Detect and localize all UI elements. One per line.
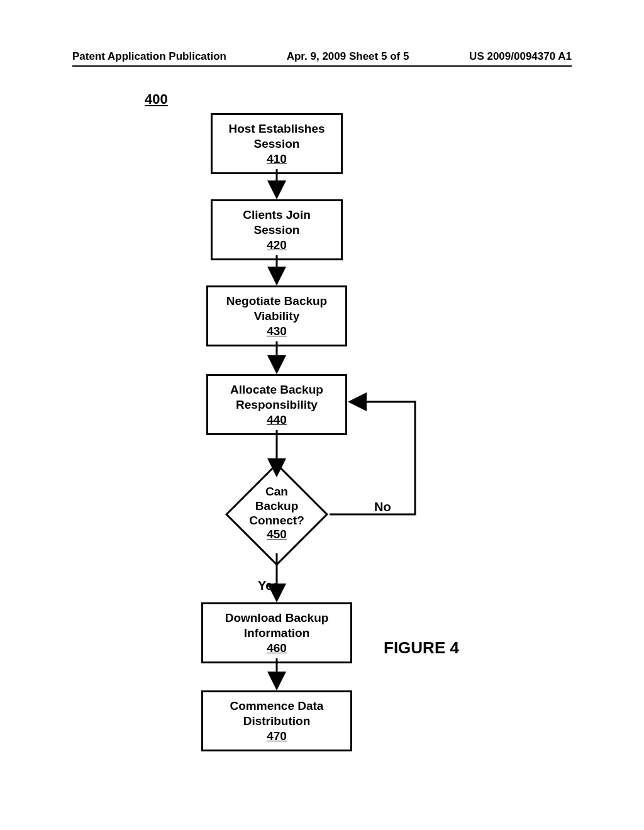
label-yes: Yes: [258, 578, 279, 593]
box-440-ref: 440: [267, 413, 287, 426]
box-430-line1: Negotiate Backup: [226, 294, 327, 307]
diamond-450-line3: Connect?: [249, 514, 304, 527]
page-header: Patent Application Publication Apr. 9, 2…: [72, 50, 572, 67]
header-right: US 2009/0094370 A1: [469, 50, 572, 63]
figure-label: FIGURE 4: [384, 638, 459, 658]
diamond-450-line2: Backup: [255, 499, 299, 512]
diamond-450: Can Backup Connect? 450: [208, 461, 346, 568]
box-460-ref: 460: [267, 641, 287, 655]
header-left: Patent Application Publication: [72, 50, 226, 63]
box-420-ref: 420: [267, 238, 287, 252]
box-420-line2: Session: [254, 223, 300, 236]
box-430: Negotiate Backup Viability 430: [206, 285, 347, 346]
box-460-line1: Download Backup: [225, 611, 329, 624]
box-430-line2: Viability: [254, 309, 300, 323]
label-no: No: [374, 500, 391, 514]
header-mid: Apr. 9, 2009 Sheet 5 of 5: [287, 50, 409, 63]
box-470-line2: Distribution: [243, 714, 311, 728]
box-410-line1: Host Establishes: [228, 122, 325, 135]
diamond-450-line1: Can: [265, 485, 288, 498]
figure-number: 400: [145, 91, 168, 108]
box-410-ref: 410: [267, 152, 287, 165]
box-470: Commence Data Distribution 470: [201, 690, 352, 751]
box-440-line2: Responsibility: [236, 398, 318, 411]
box-460-line2: Information: [244, 626, 310, 639]
box-420: Clients Join Session 420: [211, 199, 343, 260]
box-430-ref: 430: [267, 324, 287, 338]
box-460: Download Backup Information 460: [201, 602, 352, 663]
diamond-450-ref: 450: [267, 528, 287, 541]
box-420-line1: Clients Join: [243, 208, 311, 221]
box-410-line2: Session: [254, 137, 300, 150]
box-470-line1: Commence Data: [230, 699, 324, 712]
box-470-ref: 470: [267, 729, 287, 743]
box-440-line1: Allocate Backup: [230, 383, 323, 396]
box-410: Host Establishes Session 410: [211, 113, 343, 174]
box-440: Allocate Backup Responsibility 440: [206, 374, 347, 435]
